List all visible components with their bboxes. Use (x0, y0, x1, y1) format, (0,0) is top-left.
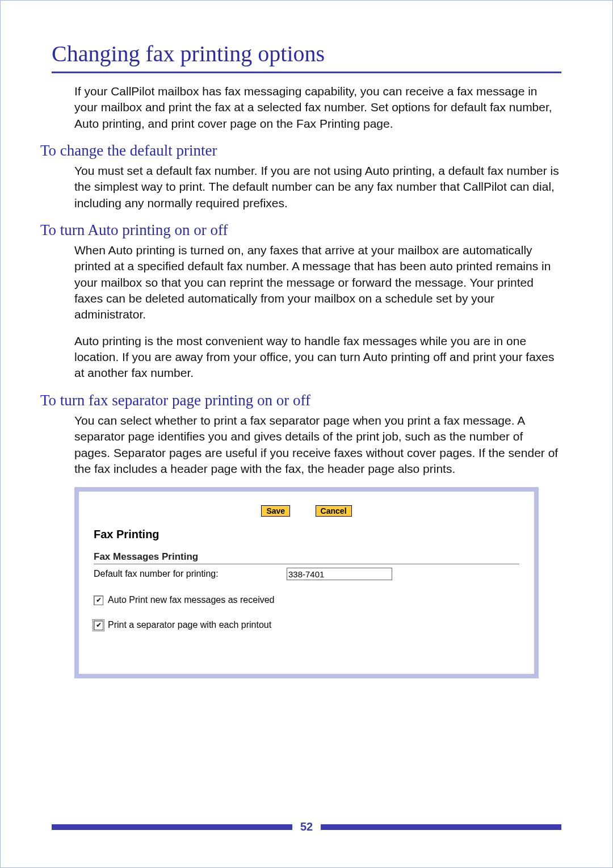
heading-auto-printing: To turn Auto printing on or off (40, 221, 561, 239)
title-rule (52, 72, 561, 73)
footer-bar-right (321, 824, 561, 830)
fax-printing-panel: Save Cancel Fax Printing Fax Messages Pr… (74, 487, 539, 678)
document-page: Changing fax printing options If your Ca… (0, 0, 613, 868)
heading-default-printer: To change the default printer (40, 142, 561, 160)
panel-title: Fax Printing (94, 528, 534, 541)
page-title: Changing fax printing options (52, 40, 561, 67)
autoprint-checkbox[interactable]: ✔ (94, 596, 103, 605)
default-fax-input[interactable] (287, 568, 392, 580)
paragraph: Auto printing is the most convenient way… (74, 333, 561, 381)
heading-separator-page: To turn fax separator page printing on o… (40, 392, 561, 409)
footer-bar-left (52, 824, 292, 830)
paragraph: You must set a default fax number. If yo… (74, 163, 561, 211)
separator-label: Print a separator page with each printou… (108, 620, 271, 630)
panel-button-row: Save Cancel (79, 492, 534, 517)
separator-row: ✔ Print a separator page with each print… (94, 620, 519, 630)
separator-checkbox[interactable]: ✔ (94, 620, 103, 630)
paragraph: You can select whether to print a fax se… (74, 413, 561, 477)
default-fax-row: Default fax number for printing: (94, 568, 519, 580)
autoprint-row: ✔ Auto Print new fax messages as receive… (94, 595, 519, 605)
intro-paragraph: If your CallPilot mailbox has fax messag… (74, 83, 561, 132)
save-button[interactable]: Save (261, 505, 290, 517)
paragraph: When Auto printing is turned on, any fax… (74, 242, 561, 323)
page-number: 52 (300, 820, 313, 833)
autoprint-label: Auto Print new fax messages as received (108, 595, 274, 605)
panel-section-label: Fax Messages Printing (94, 551, 519, 564)
cancel-button[interactable]: Cancel (316, 505, 352, 517)
page-footer: 52 (52, 820, 561, 833)
default-fax-label: Default fax number for printing: (94, 569, 287, 579)
